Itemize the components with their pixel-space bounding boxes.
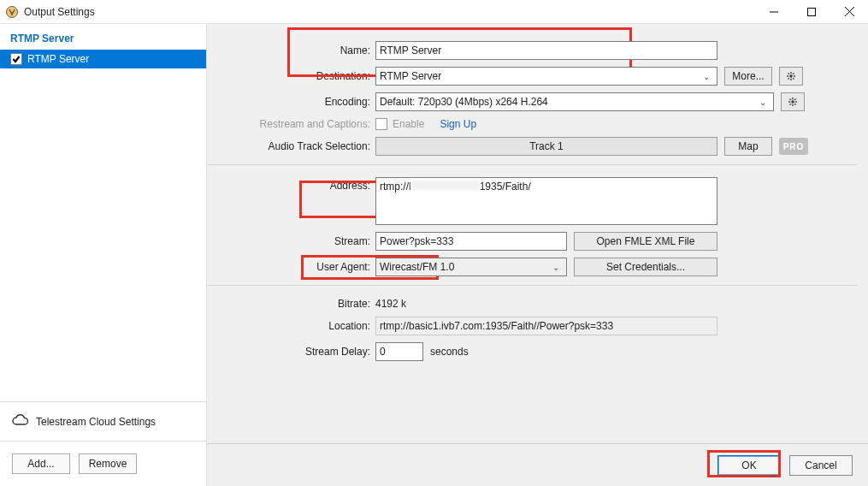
map-button[interactable]: Map <box>724 137 772 156</box>
audio-track-button[interactable]: Track 1 <box>375 137 717 156</box>
bitrate-label: Bitrate: <box>207 298 375 310</box>
stream-input[interactable]: Power?psk=333 <box>375 232 567 251</box>
destination-gear-button[interactable] <box>779 67 803 86</box>
svg-line-13 <box>788 78 788 79</box>
chevron-down-icon: ⌄ <box>756 98 770 107</box>
svg-point-5 <box>790 75 793 78</box>
sidebar-item-label: RTMP Server <box>27 53 89 65</box>
remove-button[interactable]: Remove <box>79 453 137 474</box>
maximize-button[interactable] <box>793 0 830 23</box>
signup-link[interactable]: Sign Up <box>440 118 476 130</box>
sidebar-heading: RTMP Server <box>0 29 206 50</box>
settings-panel: Name: RTMP Server Destination: RTMP Serv… <box>207 24 868 486</box>
close-button[interactable] <box>830 0 868 23</box>
window-title: Output Settings <box>24 6 755 18</box>
chevron-down-icon: ⌄ <box>549 263 563 272</box>
stream-label: Stream: <box>207 235 375 247</box>
bitrate-value: 4192 k <box>375 298 406 310</box>
address-suffix: 1935/Faith/ <box>480 181 531 193</box>
destination-label: Destination: <box>207 70 375 82</box>
checkbox-enabled-icon[interactable] <box>10 53 22 65</box>
name-input[interactable]: RTMP Server <box>375 41 717 60</box>
enable-label: Enable <box>393 118 424 130</box>
svg-line-10 <box>788 73 788 74</box>
encoding-combobox[interactable]: Default: 720p30 (4Mbps) x264 H.264 ⌄ <box>375 92 774 111</box>
set-credentials-button[interactable]: Set Credentials... <box>574 258 717 276</box>
location-label: Location: <box>207 320 375 332</box>
location-value: rtmp://basic1.ivb7.com:1935/Faith//Power… <box>380 320 713 332</box>
svg-line-20 <box>794 104 795 104</box>
divider <box>207 164 858 165</box>
stream-delay-input[interactable]: 0 <box>375 342 423 361</box>
enable-checkbox[interactable] <box>375 118 387 130</box>
encoding-gear-button[interactable] <box>781 92 805 111</box>
svg-line-12 <box>793 73 794 74</box>
encoding-value: Default: 720p30 (4Mbps) x264 H.264 <box>380 96 753 108</box>
location-field: rtmp://basic1.ivb7.com:1935/Faith//Power… <box>375 317 717 335</box>
encoding-label: Encoding: <box>207 96 375 108</box>
telestream-cloud-settings[interactable]: Telestream Cloud Settings <box>0 402 206 442</box>
svg-line-21 <box>794 98 795 99</box>
user-agent-label: User Agent: <box>207 261 375 273</box>
title-bar: Output Settings <box>0 0 868 24</box>
destination-value: RTMP Server <box>380 70 696 82</box>
user-agent-combobox[interactable]: Wirecast/FM 1.0 ⌄ <box>375 258 567 276</box>
address-label: Address: <box>207 177 375 192</box>
app-icon <box>5 5 19 19</box>
minimize-button[interactable] <box>755 0 793 23</box>
svg-line-11 <box>793 78 794 79</box>
address-input[interactable]: rtmp://l1935/Faith/ <box>375 177 717 225</box>
restream-label: Restream and Captions: <box>207 118 375 130</box>
sidebar-item-rtmp-server[interactable]: RTMP Server <box>0 50 206 68</box>
cloud-icon <box>12 414 29 429</box>
more-button[interactable]: More... <box>724 67 772 86</box>
cancel-button[interactable]: Cancel <box>789 455 853 476</box>
user-agent-value: Wirecast/FM 1.0 <box>380 261 546 273</box>
chevron-down-icon: ⌄ <box>700 72 713 81</box>
pro-badge: PRO <box>779 138 808 155</box>
stream-delay-label: Stream Delay: <box>207 346 375 358</box>
divider <box>207 285 858 286</box>
address-prefix: rtmp://l <box>380 181 411 193</box>
sidebar: RTMP Server RTMP Server Telestream Cloud… <box>0 24 207 486</box>
dialog-footer: OK Cancel <box>207 443 868 486</box>
svg-line-19 <box>789 98 790 99</box>
audio-track-label: Audio Track Selection: <box>207 140 375 152</box>
destination-combobox[interactable]: RTMP Server ⌄ <box>375 67 717 86</box>
svg-rect-2 <box>808 8 816 15</box>
add-button[interactable]: Add... <box>12 453 70 474</box>
svg-point-14 <box>792 101 794 104</box>
stream-delay-unit: seconds <box>430 346 469 358</box>
address-redacted <box>411 181 480 190</box>
open-fmle-button[interactable]: Open FMLE XML File <box>574 232 717 251</box>
telestream-cloud-label: Telestream Cloud Settings <box>36 416 156 428</box>
name-label: Name: <box>207 44 375 56</box>
svg-line-22 <box>789 104 790 104</box>
ok-button[interactable]: OK <box>717 455 781 476</box>
